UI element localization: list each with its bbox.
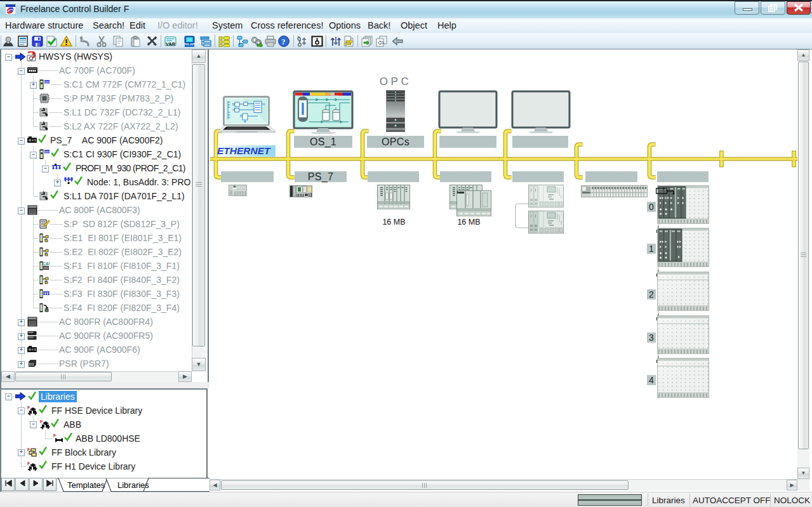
svg-text:VAR: VAR xyxy=(166,41,176,47)
svg-text:?: ? xyxy=(282,37,286,46)
